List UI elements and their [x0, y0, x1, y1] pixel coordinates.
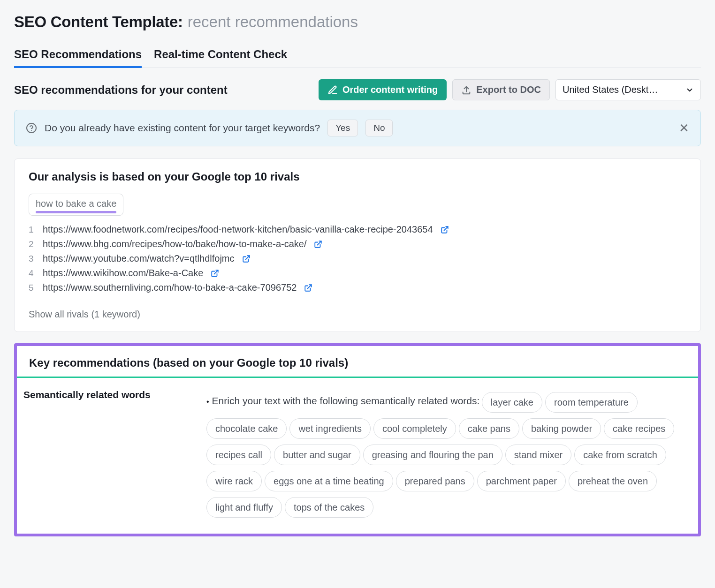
semantically-related-label: Semantically related words — [23, 389, 192, 520]
svg-line-4 — [318, 241, 321, 245]
semantically-related-lead: Enrich your text with the following sema… — [212, 395, 480, 406]
semantic-tag[interactable]: stand mixer — [505, 445, 571, 465]
export-doc-button[interactable]: Export to DOC — [452, 79, 550, 100]
alert-yes-button[interactable]: Yes — [327, 120, 358, 136]
semantic-tag[interactable]: eggs one at a time beating — [265, 471, 393, 491]
semantic-tag[interactable]: butter and sugar — [274, 445, 360, 465]
rival-number: 2 — [29, 239, 35, 249]
question-circle-icon — [26, 122, 37, 134]
key-recommendations-card: Key recommendations (based on your Googl… — [17, 346, 698, 534]
region-select[interactable]: United States (Deskt… — [555, 79, 701, 100]
semantic-tag[interactable]: preheat the oven — [569, 471, 657, 491]
upload-icon — [461, 85, 472, 95]
svg-line-3 — [444, 226, 448, 230]
semantic-tag[interactable]: greasing and flouring the pan — [363, 445, 502, 465]
semantic-tag[interactable]: room temperature — [545, 392, 638, 413]
show-all-rivals-link[interactable]: Show all rivals (1 keyword) — [29, 309, 140, 320]
key-recommendations-highlight: Key recommendations (based on your Googl… — [14, 343, 701, 536]
key-recommendations-heading: Key recommendations (based on your Googl… — [17, 346, 698, 378]
semantic-tag[interactable]: wire rack — [206, 471, 262, 491]
rival-url[interactable]: https://www.southernliving.com/how-to-ba… — [43, 282, 297, 293]
rival-list: 1https://www.foodnetwork.com/recipes/foo… — [29, 222, 686, 295]
order-content-label: Order content writing — [342, 84, 438, 95]
external-link-icon[interactable] — [242, 255, 251, 263]
rivals-card: Our analysis is based on your Google top… — [14, 158, 701, 332]
rival-item: 2https://www.bhg.com/recipes/how-to/bake… — [29, 237, 686, 251]
rival-url[interactable]: https://www.wikihow.com/Bake-a-Cake — [43, 268, 203, 279]
rival-number: 3 — [29, 254, 35, 264]
existing-content-alert: Do you already have existing content for… — [14, 110, 701, 146]
semantic-tag[interactable]: chocolate cake — [206, 418, 287, 439]
bullet-icon: • — [206, 398, 209, 406]
action-row: SEO recommendations for your content Ord… — [14, 68, 701, 110]
rival-url[interactable]: https://www.bhg.com/recipes/how-to/bake/… — [43, 239, 306, 249]
rival-item: 5https://www.southernliving.com/how-to-b… — [29, 280, 686, 295]
semantic-tag[interactable]: prepared pans — [396, 471, 474, 491]
semantic-tag[interactable]: cake pans — [459, 418, 519, 439]
svg-line-6 — [214, 270, 218, 274]
external-link-icon[interactable] — [441, 226, 449, 234]
page-title: SEO Content Template: — [14, 13, 183, 31]
alert-question: Do you already have existing content for… — [45, 122, 320, 134]
close-icon: ✕ — [679, 121, 689, 135]
keyword-pill[interactable]: how to bake a cake — [29, 194, 123, 216]
rival-number: 5 — [29, 283, 35, 293]
semantic-tag[interactable]: layer cake — [482, 392, 542, 413]
chevron-down-icon — [685, 86, 694, 94]
keyword-text: how to bake a cake — [36, 198, 116, 209]
svg-line-5 — [245, 256, 249, 259]
region-select-value: United States (Deskt… — [563, 84, 658, 95]
tab-seo-recommendations[interactable]: SEO Recommendations — [14, 43, 142, 68]
export-doc-label: Export to DOC — [476, 84, 541, 95]
rival-url[interactable]: https://www.foodnetwork.com/recipes/food… — [43, 224, 433, 235]
semantic-tag[interactable]: tops of the cakes — [285, 497, 373, 518]
semantic-tag[interactable]: cake recipes — [604, 418, 674, 439]
order-content-button[interactable]: Order content writing — [319, 79, 447, 100]
alert-no-button[interactable]: No — [365, 120, 393, 136]
semantic-tag[interactable]: light and fluffy — [206, 497, 282, 518]
section-heading: SEO recommendations for your content — [14, 83, 313, 97]
semantic-tag[interactable]: parchment paper — [477, 471, 566, 491]
external-link-icon[interactable] — [314, 240, 322, 249]
rival-item: 3https://www.youtube.com/watch?v=qtlhdlf… — [29, 251, 686, 266]
semantic-tag[interactable]: recipes call — [206, 445, 271, 465]
tab-realtime-content-check[interactable]: Real-time Content Check — [154, 43, 287, 68]
semantic-tag[interactable]: cool completely — [373, 418, 456, 439]
rivals-heading: Our analysis is based on your Google top… — [15, 159, 700, 189]
rival-item: 1https://www.foodnetwork.com/recipes/foo… — [29, 222, 686, 237]
rival-number: 1 — [29, 225, 35, 235]
semantic-tag[interactable]: wet ingredients — [289, 418, 371, 439]
page-subtitle: recent recommendations — [188, 13, 358, 31]
external-link-icon[interactable] — [304, 284, 312, 292]
svg-line-7 — [308, 285, 312, 288]
semantically-related-content: •Enrich your text with the following sem… — [206, 389, 692, 520]
keyword-highlight — [36, 211, 116, 213]
alert-close-button[interactable]: ✕ — [679, 121, 689, 136]
page-title-row: SEO Content Template: recent recommendat… — [14, 5, 701, 43]
rival-url[interactable]: https://www.youtube.com/watch?v=qtlhdlfo… — [43, 253, 235, 264]
external-link-icon[interactable] — [211, 269, 219, 278]
rival-item: 4https://www.wikihow.com/Bake-a-Cake — [29, 266, 686, 280]
rival-number: 4 — [29, 268, 35, 279]
edit-icon — [327, 85, 338, 95]
semantic-tag[interactable]: cake from scratch — [574, 445, 666, 465]
semantic-tag[interactable]: baking powder — [522, 418, 601, 439]
tabs: SEO Recommendations Real-time Content Ch… — [14, 43, 701, 68]
